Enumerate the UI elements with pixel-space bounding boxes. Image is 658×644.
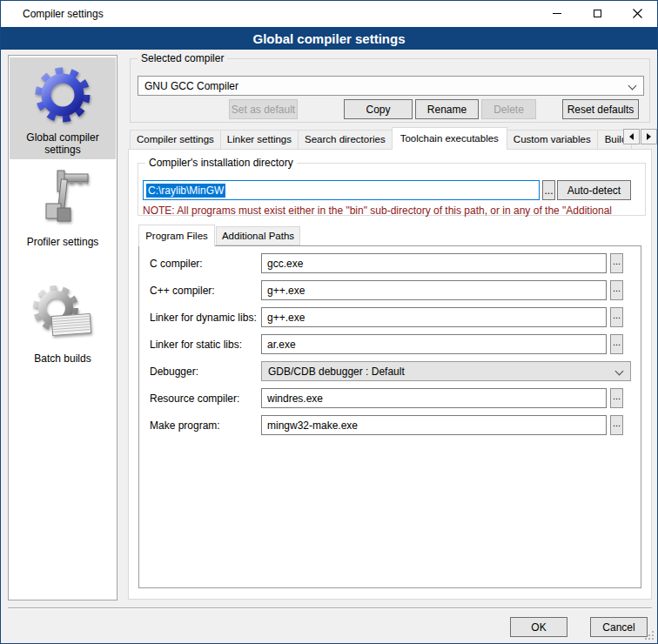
maximize-icon xyxy=(594,10,601,17)
caption-buttons xyxy=(537,1,657,26)
sidebar-item-global-compiler-settings[interactable]: Global compiler settings xyxy=(10,57,116,159)
selected-compiler-legend: Selected compiler xyxy=(138,52,227,64)
program-files-panel: C compiler: ... C++ compiler: ... Linker… xyxy=(138,245,641,588)
subtab-additional-paths[interactable]: Additional Paths xyxy=(216,226,300,245)
resource-compiler-label: Resource compiler: xyxy=(150,392,261,405)
cpp-compiler-input[interactable] xyxy=(261,280,607,300)
debugger-select-value: GDB/CDB debugger : Default xyxy=(268,366,405,378)
caliper-icon xyxy=(32,167,93,231)
copy-button[interactable]: Copy xyxy=(344,99,413,119)
sidebar-item-batch-builds[interactable]: Batch builds xyxy=(10,275,116,379)
static-linker-label: Linker for static libs: xyxy=(150,339,261,351)
sidebar-item-profiler-settings[interactable]: Profiler settings xyxy=(10,164,116,256)
arrow-left-icon xyxy=(629,133,634,140)
field-row-c-compiler: C compiler: ... xyxy=(150,253,641,273)
c-compiler-label: C compiler: xyxy=(150,258,261,270)
minimize-icon xyxy=(553,13,561,14)
cpp-compiler-label: C++ compiler: xyxy=(150,285,261,297)
compiler-settings-window: Compiler settings Global compiler settin… xyxy=(0,0,658,644)
field-row-make-program: Make program: ... xyxy=(150,415,641,435)
set-as-default-button: Set as default xyxy=(229,99,298,119)
footer-divider xyxy=(8,607,652,609)
main-tabbar: Compiler settings Linker settings Search… xyxy=(130,127,632,150)
make-program-input[interactable] xyxy=(261,415,607,435)
selected-compiler-group: Selected compiler GNU GCC Compiler Set a… xyxy=(130,58,650,123)
dialog-banner-title: Global compiler settings xyxy=(252,31,405,46)
sidebar-item-label: Profiler settings xyxy=(17,236,108,248)
close-icon xyxy=(633,9,642,18)
installation-directory-legend: Compiler's installation directory xyxy=(145,157,297,169)
blue-gear-icon xyxy=(30,63,95,127)
debugger-label: Debugger: xyxy=(150,366,261,378)
field-row-debugger: Debugger: GDB/CDB debugger : Default xyxy=(150,361,641,381)
installation-directory-input[interactable]: C:\raylib\MinGW xyxy=(143,180,540,200)
tab-compiler-settings[interactable]: Compiler settings xyxy=(130,130,221,150)
field-row-static-linker: Linker for static libs: ... xyxy=(150,334,641,354)
auto-detect-button[interactable]: Auto-detect xyxy=(557,180,631,200)
make-program-label: Make program: xyxy=(150,419,261,432)
static-linker-browse-button[interactable]: ... xyxy=(610,334,623,354)
dynamic-linker-input[interactable] xyxy=(261,307,607,327)
dynamic-linker-label: Linker for dynamic libs: xyxy=(150,312,261,324)
tab-toolchain-executables[interactable]: Toolchain executables xyxy=(392,127,507,150)
chevron-down-icon xyxy=(615,367,624,376)
tab-scroll-right-button[interactable] xyxy=(641,129,657,144)
maximize-button[interactable] xyxy=(577,1,617,26)
browse-directory-button[interactable]: ... xyxy=(542,180,555,200)
tab-scroll-left-button[interactable] xyxy=(623,129,640,144)
field-row-dynamic-linker: Linker for dynamic libs: ... xyxy=(150,307,641,327)
sidebar-item-label: Batch builds xyxy=(17,352,108,365)
cancel-button[interactable]: Cancel xyxy=(590,617,648,637)
tab-custom-variables[interactable]: Custom variables xyxy=(507,130,598,150)
reset-defaults-button[interactable]: Reset defaults xyxy=(562,99,639,119)
debugger-select[interactable]: GDB/CDB debugger : Default xyxy=(261,361,631,381)
resource-compiler-browse-button[interactable]: ... xyxy=(610,388,623,408)
subtab-program-files[interactable]: Program Files xyxy=(138,225,215,246)
installation-note: NOTE: All programs must exist either in … xyxy=(143,205,645,217)
dialog-banner: Global compiler settings xyxy=(1,27,657,50)
delete-button: Delete xyxy=(481,99,536,119)
titlebar[interactable]: Compiler settings xyxy=(1,1,657,27)
installation-directory-selected-text: C:\raylib\MinGW xyxy=(146,184,225,198)
close-button[interactable] xyxy=(617,1,657,26)
rename-button[interactable]: Rename xyxy=(415,99,479,119)
tab-linker-settings[interactable]: Linker settings xyxy=(220,130,299,150)
tab-search-directories[interactable]: Search directories xyxy=(298,130,393,150)
compiler-select[interactable]: GNU GCC Compiler xyxy=(138,76,644,96)
field-row-resource-compiler: Resource compiler: ... xyxy=(150,388,641,408)
compiler-select-value: GNU GCC Compiler xyxy=(144,80,238,92)
make-program-browse-button[interactable]: ... xyxy=(610,415,623,435)
toolchain-fields: C compiler: ... C++ compiler: ... Linker… xyxy=(139,246,641,442)
sidebar-item-label: Global compiler settings xyxy=(17,131,108,156)
minimize-button[interactable] xyxy=(537,1,577,26)
resource-compiler-input[interactable] xyxy=(261,388,607,408)
static-linker-input[interactable] xyxy=(261,334,607,354)
installation-directory-group: Compiler's installation directory C:\ray… xyxy=(138,163,646,216)
c-compiler-browse-button[interactable]: ... xyxy=(610,253,623,273)
resize-grip[interactable] xyxy=(644,630,655,641)
cpp-compiler-browse-button[interactable]: ... xyxy=(610,280,623,300)
dynamic-linker-browse-button[interactable]: ... xyxy=(610,307,623,327)
field-row-cpp-compiler: C++ compiler: ... xyxy=(150,280,641,300)
ok-button[interactable]: OK xyxy=(510,617,567,637)
gear-stack-icon xyxy=(30,284,96,348)
window-title: Compiler settings xyxy=(23,8,104,20)
settings-category-list: Global compiler settings Profiler xyxy=(8,55,118,600)
chevron-down-icon xyxy=(628,82,637,91)
arrow-right-icon xyxy=(647,133,651,140)
tab-scroll-buttons xyxy=(622,129,657,144)
c-compiler-input[interactable] xyxy=(261,253,607,273)
